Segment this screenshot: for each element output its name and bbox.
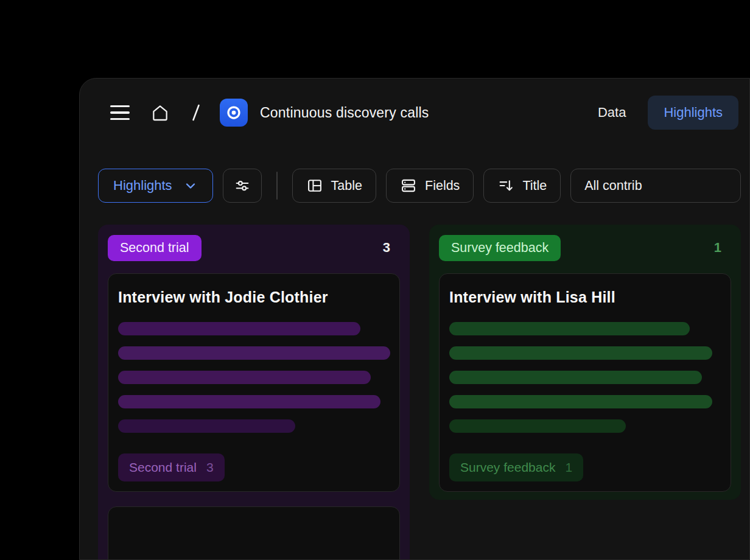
page-title: Continuous discovery calls: [260, 105, 429, 121]
skeleton-line: [118, 322, 360, 335]
group-column-second-trial: Second trial 3 Interview with Jodie Clot…: [98, 225, 410, 560]
project-logo-icon: [225, 103, 243, 122]
skeleton-line: [118, 346, 390, 360]
skeleton-line: [449, 346, 712, 360]
fields-button[interactable]: Fields: [386, 169, 474, 203]
chevron-down-icon: [183, 178, 198, 193]
menu-button[interactable]: [108, 100, 132, 125]
highlight-card[interactable]: Interview with Jodie Clothier Second tri…: [108, 273, 400, 492]
skeleton-line: [118, 395, 380, 408]
card-tag-count: 1: [565, 460, 572, 475]
fields-button-label: Fields: [425, 178, 460, 194]
group-column-survey-feedback: Survey feedback 1 Interview with Lisa Hi…: [429, 225, 741, 500]
highlight-card-partial[interactable]: [108, 506, 400, 560]
tab-data[interactable]: Data: [582, 96, 642, 130]
group-header: Second trial 3: [108, 234, 400, 261]
hamburger-icon: [110, 105, 130, 121]
skeleton-line: [449, 371, 702, 384]
group-pill: Survey feedback: [439, 235, 561, 261]
header-tabs: Data Highlights: [582, 79, 738, 147]
card-tag-label: Survey feedback: [460, 460, 555, 475]
skeleton-line: [449, 419, 626, 433]
page-canvas: { "header": { "title": "Continuous disco…: [0, 0, 750, 560]
contributors-filter-button[interactable]: All contrib: [570, 169, 741, 203]
fields-icon: [400, 177, 417, 194]
skeleton-line: [118, 419, 295, 433]
project-logo[interactable]: [220, 99, 248, 127]
sliders-icon: [234, 177, 251, 194]
skeleton-line: [118, 371, 371, 384]
group-pill: Second trial: [108, 235, 202, 261]
card-title: Interview with Lisa Hill: [449, 289, 721, 306]
card-tag-label: Second trial: [129, 460, 197, 475]
card-tag-pill: Survey feedback 1: [449, 453, 583, 481]
sort-title-button[interactable]: Title: [483, 169, 561, 203]
card-tag-count: 3: [206, 460, 214, 475]
display-settings-button[interactable]: [223, 169, 262, 203]
header: Continuous discovery calls Data Highligh…: [80, 79, 749, 147]
skeleton-line: [449, 395, 712, 408]
home-button[interactable]: [148, 100, 172, 125]
table-icon: [306, 177, 323, 194]
toolbar: Highlights Table: [98, 169, 749, 203]
sort-button-label: Title: [522, 178, 547, 194]
toolbar-divider: [276, 172, 278, 200]
tab-highlights[interactable]: Highlights: [648, 96, 738, 130]
table-button-label: Table: [331, 178, 362, 194]
app-window: Continuous discovery calls Data Highligh…: [79, 78, 750, 560]
redacted-text-lines: [118, 322, 390, 433]
view-selector-label: Highlights: [113, 178, 172, 194]
sort-descending-icon: [497, 177, 514, 194]
skeleton-line: [449, 322, 690, 335]
home-icon: [150, 103, 170, 122]
card-title: Interview with Jodie Clothier: [118, 289, 390, 306]
table-view-button[interactable]: Table: [292, 169, 376, 203]
view-selector-dropdown[interactable]: Highlights: [98, 169, 213, 203]
group-header: Survey feedback 1: [439, 234, 731, 261]
group-count: 3: [383, 240, 390, 256]
breadcrumb-slash-icon: [188, 102, 204, 123]
contributors-button-label: All contrib: [584, 178, 642, 194]
card-tag-pill: Second trial 3: [118, 453, 225, 481]
group-count: 1: [714, 240, 721, 256]
header-left: Continuous discovery calls: [108, 79, 429, 147]
redacted-text-lines: [449, 322, 721, 433]
highlight-card[interactable]: Interview with Lisa Hill Survey feedback…: [439, 273, 731, 492]
